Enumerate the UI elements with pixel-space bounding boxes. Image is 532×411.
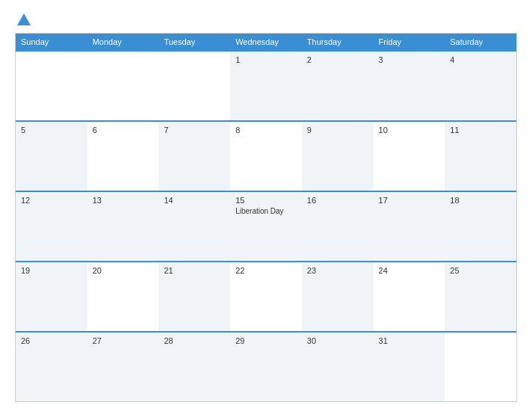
- day-header-friday: Friday: [374, 34, 445, 50]
- day-header-sunday: Sunday: [16, 34, 87, 50]
- day-cell: [87, 52, 159, 120]
- day-cell: 7: [158, 122, 230, 191]
- week-row: 262728293031: [16, 331, 516, 401]
- day-number: 9: [307, 126, 368, 135]
- day-cell: 9: [302, 122, 374, 191]
- day-cell: 17: [374, 192, 445, 261]
- day-number: 31: [379, 336, 440, 345]
- event-label: Liberation Day: [235, 207, 297, 215]
- day-number: 6: [93, 126, 154, 135]
- day-cell: 13: [87, 192, 159, 261]
- header: [15, 13, 517, 25]
- calendar: SundayMondayTuesdayWednesdayThursdayFrid…: [15, 33, 517, 402]
- day-headers: SundayMondayTuesdayWednesdayThursdayFrid…: [16, 34, 516, 50]
- day-number: 29: [235, 336, 297, 345]
- day-cell: 16: [302, 192, 374, 261]
- day-number: 24: [379, 266, 440, 275]
- day-number: 14: [164, 196, 225, 205]
- day-cell: 20: [87, 262, 159, 331]
- day-cell: 21: [158, 262, 230, 331]
- day-number: 17: [379, 196, 440, 205]
- day-number: 5: [21, 126, 82, 135]
- week-row: 567891011: [16, 120, 516, 191]
- day-number: 4: [450, 55, 511, 64]
- day-number: 28: [164, 336, 225, 345]
- day-cell: 3: [374, 52, 445, 120]
- day-number: 10: [379, 126, 440, 135]
- day-cell: 6: [87, 122, 159, 191]
- day-cell: 28: [158, 333, 230, 401]
- day-cell: 29: [230, 333, 302, 401]
- day-cell: 12: [16, 192, 87, 261]
- day-number: 22: [235, 266, 297, 275]
- day-cell: 8: [230, 122, 302, 191]
- day-cell: 25: [445, 262, 516, 331]
- day-cell: 30: [302, 333, 374, 401]
- day-number: 23: [307, 266, 368, 275]
- day-number: 16: [307, 196, 368, 205]
- day-number: 30: [307, 336, 368, 345]
- day-cell: 10: [374, 122, 445, 191]
- day-cell: 23: [302, 262, 374, 331]
- day-number: 12: [21, 196, 82, 205]
- day-header-monday: Monday: [87, 34, 159, 50]
- day-cell: 1: [230, 52, 302, 120]
- logo-row: [15, 13, 31, 25]
- day-number: 21: [164, 266, 225, 275]
- day-cell: 31: [374, 333, 445, 401]
- day-header-saturday: Saturday: [445, 34, 516, 50]
- day-header-thursday: Thursday: [302, 34, 374, 50]
- day-number: 25: [450, 266, 511, 275]
- day-number: 19: [21, 266, 82, 275]
- day-cell: [158, 52, 230, 120]
- day-cell: 24: [374, 262, 445, 331]
- day-number: 11: [450, 126, 511, 135]
- day-number: 3: [379, 55, 440, 64]
- day-number: 18: [450, 196, 511, 205]
- day-number: 7: [164, 126, 225, 135]
- day-cell: 22: [230, 262, 302, 331]
- logo-area: [15, 13, 31, 25]
- day-cell: 19: [16, 262, 87, 331]
- page: SundayMondayTuesdayWednesdayThursdayFrid…: [0, 0, 532, 411]
- day-number: 26: [21, 336, 82, 345]
- day-cell: [445, 333, 516, 401]
- day-number: 1: [235, 55, 297, 64]
- day-cell: 11: [445, 122, 516, 191]
- day-cell: [16, 52, 87, 120]
- day-number: 20: [93, 266, 154, 275]
- week-row: 19202122232425: [16, 261, 516, 331]
- day-cell: 26: [16, 333, 87, 401]
- day-header-tuesday: Tuesday: [158, 34, 230, 50]
- day-cell: 15Liberation Day: [230, 192, 302, 261]
- day-cell: 14: [158, 192, 230, 261]
- day-cell: 4: [445, 52, 516, 120]
- logo-triangle-icon: [17, 13, 31, 25]
- day-cell: 18: [445, 192, 516, 261]
- day-number: 8: [235, 126, 297, 135]
- weeks: 123456789101112131415Liberation Day16171…: [16, 50, 516, 401]
- day-number: 15: [235, 196, 297, 205]
- day-number: 27: [93, 336, 154, 345]
- day-cell: 27: [87, 333, 159, 401]
- week-row: 12131415Liberation Day161718: [16, 191, 516, 261]
- day-number: 2: [307, 55, 368, 64]
- day-cell: 2: [302, 52, 374, 120]
- day-header-wednesday: Wednesday: [230, 34, 302, 50]
- day-number: 13: [93, 196, 154, 205]
- week-row: 1234: [16, 50, 516, 120]
- day-cell: 5: [16, 122, 87, 191]
